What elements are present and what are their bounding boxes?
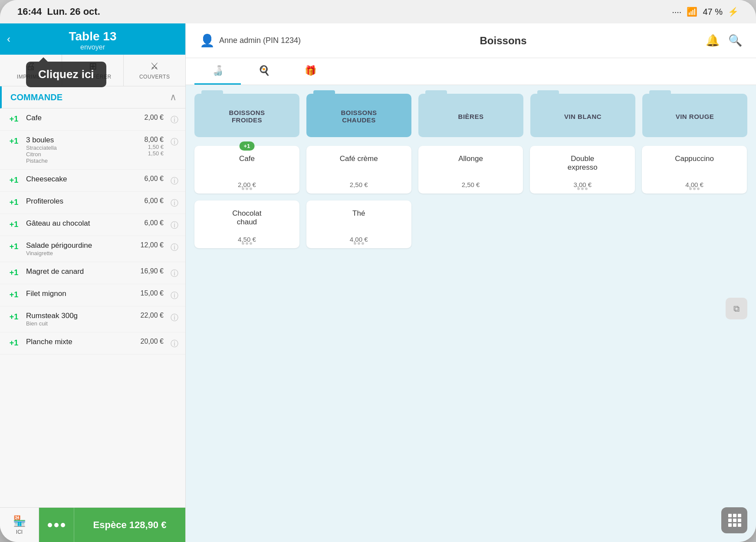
header-actions: 🔔 🔍 [706, 34, 742, 47]
table-row[interactable]: +1 Filet mignon 15,00 € ⓘ [0, 284, 185, 306]
qty-button[interactable]: +1 [7, 289, 21, 299]
tooltip: Cliquez ici [26, 62, 106, 87]
product-dots [242, 242, 252, 245]
item-details: Salade périgourdine Vinaigrette [26, 241, 128, 256]
item-details: Magret de canard [26, 267, 128, 276]
tab-gift[interactable]: 🎁 [287, 58, 334, 85]
right-panel: 👤 Anne admin (PIN 1234) Boissons 🔔 🔍 🍶 🍳 [186, 23, 756, 542]
search-icon[interactable]: 🔍 [728, 34, 742, 47]
table-row[interactable]: +1 3 boules Stracciatella Citron Pistach… [0, 131, 185, 170]
user-name: Anne admin (PIN 1234) [219, 36, 301, 45]
food-icon: 🍳 [258, 65, 270, 76]
info-button[interactable]: ⓘ [171, 267, 178, 279]
products-area: BOISSONSFROIDES BOISSONSCHAUDES BIÈRES V… [186, 85, 756, 542]
info-button[interactable]: ⓘ [171, 338, 178, 349]
table-row[interactable]: +1 Salade périgourdine Vinaigrette 12,00… [0, 236, 185, 262]
product-the[interactable]: Thé 4,00 € [306, 200, 411, 248]
send-label: envoyer [0, 43, 185, 51]
table-title: Table 13 [0, 30, 185, 43]
product-badge: +1 [239, 141, 254, 151]
product-dots [242, 187, 252, 190]
product-dots [354, 242, 364, 245]
product-cafe[interactable]: +1 Cafe 2,00 € [194, 146, 299, 194]
qty-button[interactable]: +1 [7, 219, 21, 229]
ici-label: ICI [16, 529, 23, 535]
info-button[interactable]: ⓘ [171, 219, 178, 230]
ici-button[interactable]: 🏪 ICI [0, 508, 39, 542]
commande-toggle[interactable]: ∧ [170, 92, 177, 103]
item-details: Planche mixte [26, 338, 128, 346]
table-row[interactable]: +1 Planche mixte 20,00 € ⓘ [0, 332, 185, 355]
qty-button[interactable]: +1 [7, 114, 21, 124]
qty-button[interactable]: +1 [7, 338, 21, 348]
dot [48, 523, 52, 527]
status-icons: ···· 📶 47 % ⚡ [672, 7, 739, 17]
right-header: 👤 Anne admin (PIN 1234) Boissons 🔔 🔍 [186, 23, 756, 58]
left-panel: ‹ Table 13 envoyer Cliquez ici 🖨 IMPRIME… [0, 23, 186, 542]
dot [61, 523, 65, 527]
product-cafe-creme[interactable]: Café crème 2,50 € [306, 146, 411, 194]
product-dots [577, 187, 588, 190]
copy-button[interactable]: ⧉ [726, 298, 747, 319]
user-avatar-icon: 👤 [200, 33, 215, 48]
order-list: +1 Cafe 2,00 € ⓘ +1 3 boules Stracciatel… [0, 108, 185, 507]
info-button[interactable]: ⓘ [171, 175, 178, 186]
folder-bieres[interactable]: BIÈRES [418, 94, 523, 137]
dots-indicator [48, 523, 65, 527]
product-allonge[interactable]: Allonge 2,50 € [418, 146, 523, 194]
table-row[interactable]: +1 Cafe 2,00 € ⓘ [0, 108, 185, 131]
qty-button[interactable]: +1 [7, 175, 21, 185]
info-button[interactable]: ⓘ [171, 114, 178, 125]
grid-view-button[interactable] [721, 507, 747, 533]
commande-header: COMMANDE ∧ [0, 86, 185, 108]
table-row[interactable]: +1 Rumsteak 300g Bien cuit 22,00 € ⓘ [0, 306, 185, 332]
folder-boissons-chaudes[interactable]: BOISSONSCHAUDES [306, 94, 411, 137]
qty-button[interactable]: +1 [7, 312, 21, 322]
payment-button[interactable]: Espèce 128,90 € [74, 508, 185, 542]
commande-title: COMMANDE [10, 92, 62, 102]
table-row[interactable]: +1 Magret de canard 16,90 € ⓘ [0, 262, 185, 284]
couverts-icon: ⚔ [150, 61, 159, 72]
back-button[interactable]: ‹ [7, 33, 10, 45]
status-time-date: 16:44 Lun. 26 oct. [17, 6, 100, 17]
product-cappuccino[interactable]: Cappuccino 4,00 € [642, 146, 747, 194]
ici-icon: 🏪 [13, 515, 26, 527]
couverts-label: COUVERTS [139, 74, 170, 80]
info-button[interactable]: ⓘ [171, 197, 178, 208]
battery-text: 47 % [703, 7, 723, 17]
folder-boissons-froides[interactable]: BOISSONSFROIDES [194, 94, 299, 137]
folders-row: BOISSONSFROIDES BOISSONSCHAUDES BIÈRES V… [194, 94, 747, 137]
tab-food[interactable]: 🍳 [241, 58, 287, 85]
info-button[interactable]: ⓘ [171, 289, 178, 301]
item-details: Cafe [26, 114, 128, 122]
info-button[interactable]: ⓘ [171, 241, 178, 253]
table-row[interactable]: +1 Gâteau au chocolat 6,00 € ⓘ [0, 214, 185, 236]
charging-icon: ⚡ [728, 7, 739, 17]
info-button[interactable]: ⓘ [171, 136, 178, 147]
table-row[interactable]: +1 Profiteroles 6,00 € ⓘ [0, 192, 185, 214]
item-details: Cheesecake [26, 175, 128, 184]
copy-icon: ⧉ [733, 304, 740, 314]
bell-icon[interactable]: 🔔 [706, 34, 720, 47]
product-chocolat-chaud[interactable]: Chocolatchaud 4,50 € [194, 200, 299, 248]
couverts-button[interactable]: ⚔ COUVERTS [124, 55, 185, 86]
tab-drinks[interactable]: 🍶 [194, 58, 241, 85]
qty-button[interactable]: +1 [7, 136, 21, 146]
table-header: ‹ Table 13 envoyer [0, 23, 185, 55]
info-button[interactable]: ⓘ [171, 312, 178, 323]
qty-button[interactable]: +1 [7, 241, 21, 251]
more-options-button[interactable] [39, 508, 74, 542]
qty-button[interactable]: +1 [7, 267, 21, 277]
folder-vin-blanc[interactable]: VIN BLANC [530, 94, 635, 137]
product-double-expresso[interactable]: Doubleexpresso 3,00 € [530, 146, 635, 194]
signal-icon: ···· [672, 7, 681, 17]
grid-icon [728, 514, 740, 527]
folder-vin-rouge[interactable]: VIN ROUGE [642, 94, 747, 137]
products-grid: +1 Cafe 2,00 € Café crème 2,50 € [194, 146, 747, 248]
dot [54, 523, 59, 527]
item-details: Rumsteak 300g Bien cuit [26, 312, 128, 327]
table-row[interactable]: +1 Cheesecake 6,00 € ⓘ [0, 170, 185, 192]
qty-button[interactable]: +1 [7, 197, 21, 207]
category-tabs: 🍶 🍳 🎁 [186, 58, 756, 85]
bottom-bar: 🏪 ICI Espèce 128,90 € [0, 507, 185, 542]
